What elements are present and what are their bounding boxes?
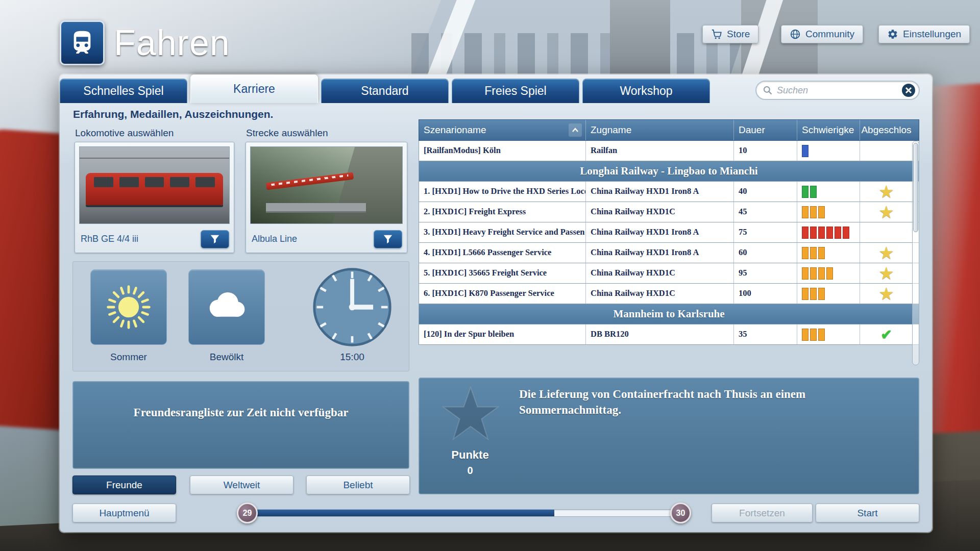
viaduct xyxy=(266,203,366,212)
scenario-row[interactable]: 4. [HXD1] L5666 Passenger ServiceChina R… xyxy=(419,243,919,263)
route-train-shape xyxy=(266,172,354,190)
points-value: 0 xyxy=(419,465,521,477)
difficulty-cell xyxy=(797,243,860,263)
current-level-badge: 29 xyxy=(237,503,258,523)
header-zugname[interactable]: Zugname xyxy=(586,120,734,140)
search-input[interactable] xyxy=(777,85,901,96)
cart-icon xyxy=(711,29,722,40)
tab-freies-spiel[interactable]: Freies Spiel xyxy=(452,79,579,103)
settings-button[interactable]: Einstellungen xyxy=(878,25,970,43)
level-progress-bar xyxy=(247,509,680,517)
difficulty-segment xyxy=(802,247,808,259)
route-thumbnail[interactable] xyxy=(250,146,403,224)
start-button[interactable]: Start xyxy=(816,504,919,522)
main-window: Schnelles SpielKarriereStandardFreies Sp… xyxy=(60,74,932,532)
main-menu-button[interactable]: Hauptmenü xyxy=(72,504,176,522)
sun-icon xyxy=(104,283,153,332)
difficulty-cell xyxy=(797,284,860,304)
difficulty-segment xyxy=(802,145,808,157)
scrollbar-thumb[interactable] xyxy=(913,143,918,232)
header-schwierigkeit[interactable]: Schwierigke xyxy=(797,120,860,140)
scenario-description: Die Lieferung von Containerfracht nach T… xyxy=(519,386,846,418)
star-icon: ★ xyxy=(879,264,893,283)
search-box[interactable] xyxy=(755,81,920,100)
train-name-cell: China Railway HXD1C xyxy=(586,202,734,222)
difficulty-segment xyxy=(810,247,817,259)
clock-icon[interactable] xyxy=(312,267,393,347)
tab-schnelles-spiel[interactable]: Schnelles Spiel xyxy=(60,79,187,103)
duration-cell: 60 xyxy=(734,243,797,263)
season-label: Sommer xyxy=(90,352,167,363)
train-name-cell: China Railway HXD1 Iron8 A xyxy=(586,222,734,242)
gear-icon xyxy=(887,29,898,40)
difficulty-segment xyxy=(835,227,841,239)
store-button-label: Store xyxy=(727,29,750,40)
difficulty-cell xyxy=(797,222,860,242)
tab-bar: Schnelles SpielKarriereStandardFreies Sp… xyxy=(60,74,710,103)
time-label: 15:00 xyxy=(314,352,390,363)
tab-karriere[interactable]: Karriere xyxy=(190,74,318,103)
season-tile[interactable] xyxy=(90,269,167,345)
completion-cell xyxy=(860,222,913,242)
train-icon xyxy=(60,20,105,65)
sky-tile[interactable] xyxy=(188,269,265,345)
tab-workshop[interactable]: Workshop xyxy=(582,79,710,103)
scenario-row[interactable]: 5. [HXD1C] 35665 Freight ServiceChina Ra… xyxy=(419,263,919,284)
difficulty-segment xyxy=(810,288,817,300)
train-name-cell: China Railway HXD1 Iron8 A xyxy=(586,243,734,263)
duration-cell: 100 xyxy=(734,284,797,304)
difficulty-segment xyxy=(818,329,825,341)
worldwide-tab-button[interactable]: Weltweit xyxy=(190,475,293,494)
popular-tab-button[interactable]: Beliebt xyxy=(306,475,410,494)
loco-scene xyxy=(80,147,229,223)
tab-standard[interactable]: Standard xyxy=(321,79,449,103)
catenary-wire xyxy=(80,158,229,159)
header-dauer[interactable]: Dauer xyxy=(734,120,797,140)
loco-selector[interactable]: RhB GE 4/4 iii xyxy=(75,142,234,253)
community-button[interactable]: Community xyxy=(781,25,863,43)
completion-cell: ★ xyxy=(860,182,913,202)
train-icon-glyph xyxy=(68,29,96,57)
scenario-name-cell: 3. [HXD1] Heavy Freight Service and Pass… xyxy=(419,222,586,242)
difficulty-segment xyxy=(818,267,825,280)
scenario-name-cell: 5. [HXD1C] 35665 Freight Service xyxy=(419,263,586,283)
check-icon: ✔ xyxy=(880,325,892,344)
scenario-name-cell: 1. [HXD1] How to Drive the HXD Series Lo… xyxy=(419,182,586,202)
difficulty-cell xyxy=(797,141,860,161)
header-szenarioname[interactable]: Szenarioname xyxy=(419,120,586,140)
career-subtitle: Erfahrung, Medaillen, Auszeichnungen. xyxy=(73,108,273,120)
friends-tab-button[interactable]: Freunde xyxy=(72,475,176,494)
duration-cell: 95 xyxy=(734,263,797,283)
route-selector[interactable]: Albula Line xyxy=(246,142,407,253)
table-scrollbar[interactable] xyxy=(912,141,919,365)
scenario-row[interactable]: 1. [HXD1] How to Drive the HXD Series Lo… xyxy=(419,182,919,202)
scenario-row[interactable]: 2. [HXD1C] Freight ExpressChina Railway … xyxy=(419,202,919,222)
completion-cell: ★ xyxy=(860,263,913,283)
scenario-detail-panel: Die Lieferung von Containerfracht nach T… xyxy=(419,378,919,494)
route-group-header: Longhai Railway - Lingbao to Mianchi xyxy=(419,161,919,182)
train-name-cell: Railfan xyxy=(586,141,734,161)
loco-name: RhB GE 4/4 iii xyxy=(81,234,138,244)
search-clear-icon[interactable] xyxy=(901,83,916,97)
loco-filter-button[interactable] xyxy=(201,230,229,248)
difficulty-cell xyxy=(797,182,860,202)
scenario-row[interactable]: [120] In der Spur bleibenDB BR12035✔ xyxy=(419,324,919,345)
completion-cell: ✔ xyxy=(860,324,913,344)
duration-cell: 10 xyxy=(734,141,797,161)
loco-thumbnail[interactable] xyxy=(79,146,230,224)
difficulty-segment xyxy=(802,206,808,218)
friends-unavailable-message: Freundesrangliste zur Zeit nicht verfügb… xyxy=(73,406,409,419)
scenario-row[interactable]: 6. [HXD1C] K870 Passenger ServiceChina R… xyxy=(419,284,919,304)
scenario-table: Szenarioname Zugname Dauer Schwierigke A… xyxy=(419,119,919,345)
sort-ascending-icon[interactable] xyxy=(569,123,582,137)
scenario-table-body: [RailfanModus] KölnRailfan10Longhai Rail… xyxy=(419,141,919,345)
header-abgeschlossen[interactable]: Abgeschlos xyxy=(860,120,913,140)
store-button[interactable]: Store xyxy=(702,25,758,43)
star-icon: ★ xyxy=(879,284,893,304)
scenario-row[interactable]: [RailfanModus] KölnRailfan10 xyxy=(419,141,919,161)
route-filter-button[interactable] xyxy=(374,230,402,248)
resume-button[interactable]: Fortsetzen xyxy=(712,504,813,522)
scenario-row[interactable]: 3. [HXD1] Heavy Freight Service and Pass… xyxy=(419,222,919,243)
points-label: Punkte xyxy=(419,448,521,462)
scenario-name-cell: 2. [HXD1C] Freight Express xyxy=(419,202,586,222)
